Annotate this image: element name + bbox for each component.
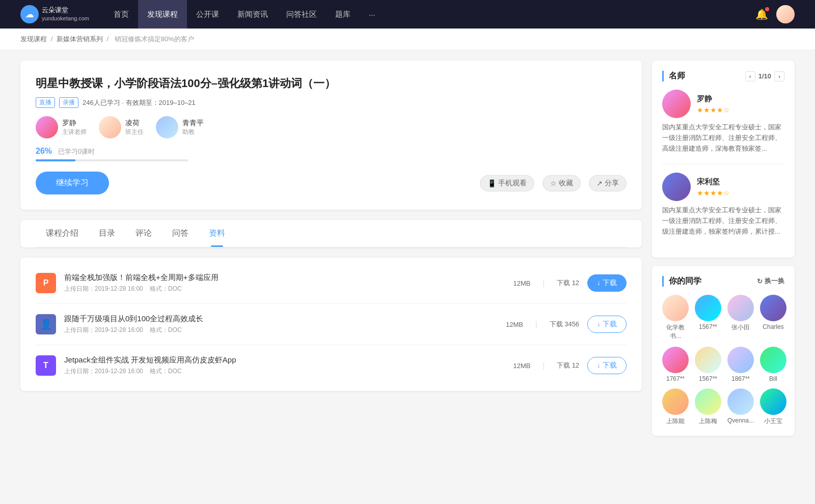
resource-item-1: 👤 跟随千万级项目从0到100全过程高效成长 上传日期：2019-12-28 1…: [36, 304, 627, 345]
resource-meta-2: 上传日期：2019-12-28 16:00 格式：DOC: [64, 367, 505, 376]
breadcrumb: 发现课程 / 新媒体营销系列 / 销冠修炼术搞定80%的客户: [0, 29, 815, 50]
classmate-name-4: 1767**: [666, 375, 685, 382]
classmate-name-6: 1867**: [731, 375, 750, 382]
progress-bar-fill: [36, 159, 75, 161]
classmate-avatar-4: [662, 347, 689, 373]
nav-public[interactable]: 公开课: [187, 0, 228, 29]
logo-icon: ☁: [20, 5, 39, 23]
bell-button[interactable]: 🔔: [755, 8, 768, 20]
course-actions: 继续学习 📱 手机观看 ☆ 收藏 ↗ 分享: [36, 172, 627, 194]
classmate-11[interactable]: 小王宝: [760, 388, 786, 426]
refresh-icon: ↻: [757, 277, 763, 285]
course-title: 明星中教授课，小学阶段语法100分–强化级第1讲动词（一）: [36, 76, 627, 91]
tabs-list: 课程介绍 目录 评论 问答 资料: [36, 220, 627, 247]
classmate-4[interactable]: 1767**: [662, 347, 689, 382]
content-area: 明星中教授课，小学阶段语法100分–强化级第1讲动词（一） 直播 录播 246人…: [20, 61, 642, 444]
sidebar-teacher-info-0: 罗静 ★★★★☆: [697, 94, 730, 114]
teacher-item-0: 罗静 主讲老师: [36, 116, 87, 138]
teacher-item-1: 凌荷 班主任: [99, 116, 144, 138]
classmates-title: 你的同学 ↻ 换一换: [662, 276, 784, 287]
next-page-btn[interactable]: ›: [774, 71, 784, 81]
user-avatar[interactable]: [776, 5, 795, 23]
resource-format-1: 格式：DOC: [150, 326, 182, 333]
resource-downloads-1: 下载 3456: [550, 320, 580, 329]
teachers-title: 名师 ‹ 1/10 ›: [662, 71, 784, 81]
course-card: 明星中教授课，小学阶段语法100分–强化级第1讲动词（一） 直播 录播 246人…: [20, 61, 642, 210]
sidebar-teacher-desc-1: 国内某重点大学安全工程专业硕士，国家一级注册消防工程师、注册安全工程师、级注册建…: [662, 205, 784, 237]
classmates-grid: 化学教书... 1567** 张小田 Charles 1767**: [662, 295, 784, 426]
download-button-2[interactable]: ↓ 下载: [587, 357, 627, 374]
classmate-3[interactable]: Charles: [760, 295, 786, 341]
resource-icon-1: 👤: [36, 314, 56, 334]
teacher-name-1: 凌荷: [125, 119, 144, 128]
nav-qa[interactable]: 问答社区: [277, 0, 326, 29]
nav-more[interactable]: ···: [360, 0, 385, 29]
classmate-9[interactable]: 上陈梅: [695, 388, 721, 426]
classmate-name-7: Bill: [769, 375, 777, 382]
classmate-avatar-0: [662, 295, 689, 321]
tab-catalog[interactable]: 目录: [89, 220, 125, 247]
logo[interactable]: ☁ 云朵课堂yunduoketang.com: [20, 5, 89, 23]
classmate-10[interactable]: Qvenna...: [727, 388, 754, 426]
favorite-button[interactable]: ☆ 收藏: [542, 175, 581, 191]
course-badges: 直播 录播 246人已学习 · 有效期至：2019–10–21: [36, 97, 627, 108]
classmate-7[interactable]: Bill: [760, 347, 786, 382]
classmate-name-9: 上陈梅: [699, 417, 717, 426]
continue-button[interactable]: 继续学习: [36, 172, 109, 194]
nav-quiz[interactable]: 题库: [326, 0, 360, 29]
sidebar-teacher-info-1: 宋利坚 ★★★★☆: [697, 177, 730, 197]
breadcrumb-link-discover[interactable]: 发现课程: [20, 35, 47, 43]
resource-title-1: 跟随千万级项目从0到100全过程高效成长: [64, 314, 498, 324]
teachers-card: 名师 ‹ 1/10 › 罗静 ★★★★☆ 国内某重点大学安全工程专业硕士，国家一…: [652, 61, 795, 258]
classmate-name-11: 小王宝: [764, 417, 782, 426]
sidebar-teacher-name-0: 罗静: [697, 94, 730, 104]
resource-item-2: T Jetpack全组件实战 开发短视频应用高仿皮皮虾App 上传日期：2019…: [36, 345, 627, 386]
tab-qa[interactable]: 问答: [162, 220, 199, 247]
resource-info-2: Jetpack全组件实战 开发短视频应用高仿皮皮虾App 上传日期：2019-1…: [64, 355, 505, 376]
sidebar-teacher-avatar-0[interactable]: [662, 90, 691, 118]
nav-home[interactable]: 首页: [104, 0, 138, 29]
progress-percent: 26%: [36, 147, 52, 155]
resource-downloads-2: 下载 12: [557, 361, 579, 370]
sidebar: 名师 ‹ 1/10 › 罗静 ★★★★☆ 国内某重点大学安全工程专业硕士，国家一…: [652, 61, 795, 444]
classmate-1[interactable]: 1567**: [695, 295, 721, 341]
prev-page-btn[interactable]: ‹: [745, 71, 755, 81]
mobile-watch-button[interactable]: 📱 手机观看: [480, 175, 534, 191]
resource-title-2: Jetpack全组件实战 开发短视频应用高仿皮皮虾App: [64, 355, 505, 365]
teacher-avatar-2: [156, 116, 178, 138]
tab-review[interactable]: 评论: [125, 220, 162, 247]
bell-notification-dot: [765, 7, 769, 11]
classmate-2[interactable]: 张小田: [727, 295, 754, 341]
classmate-5[interactable]: 1567**: [695, 347, 721, 382]
resource-title-0: 前端全栈加强版！前端全栈+全周期+多端应用: [64, 273, 505, 283]
refresh-button[interactable]: ↻ 换一换: [757, 276, 784, 286]
breadcrumb-link-series[interactable]: 新媒体营销系列: [57, 35, 103, 43]
sidebar-teacher-avatar-1[interactable]: [662, 173, 691, 201]
classmate-avatar-1: [695, 295, 721, 321]
resource-sep-1: |: [535, 320, 537, 328]
tab-resources[interactable]: 资料: [199, 220, 235, 247]
teacher-info-2: 青青平 助教: [182, 119, 204, 136]
resource-date-0: 上传日期：2019-12-28 16:00: [64, 285, 143, 292]
resource-meta-0: 上传日期：2019-12-28 16:00 格式：DOC: [64, 285, 505, 293]
course-teachers: 罗静 主讲老师 凌荷 班主任 青青平 助教: [36, 116, 627, 138]
share-button[interactable]: ↗ 分享: [589, 175, 627, 191]
nav-news[interactable]: 新闻资讯: [228, 0, 277, 29]
resource-info-0: 前端全栈加强版！前端全栈+全周期+多端应用 上传日期：2019-12-28 16…: [64, 273, 505, 293]
classmate-6[interactable]: 1867**: [727, 347, 754, 382]
logo-text: 云朵课堂yunduoketang.com: [42, 6, 89, 22]
resource-size-2: 12MB: [513, 362, 530, 370]
download-button-1[interactable]: ↓ 下载: [587, 316, 627, 333]
breadcrumb-current: 销冠修炼术搞定80%的客户: [115, 35, 194, 43]
tab-intro[interactable]: 课程介绍: [36, 220, 89, 247]
classmate-avatar-2: [727, 295, 754, 321]
download-button-0[interactable]: ↓ 下载: [587, 274, 627, 292]
teacher-role-2: 助教: [182, 128, 204, 136]
teachers-pagination: ‹ 1/10 ›: [745, 71, 784, 81]
classmate-avatar-8: [662, 388, 689, 415]
sidebar-teacher-stars-1: ★★★★☆: [697, 189, 730, 197]
classmate-8[interactable]: 上陈能: [662, 388, 689, 426]
classmate-avatar-5: [695, 347, 721, 373]
classmate-0[interactable]: 化学教书...: [662, 295, 689, 341]
nav-discover[interactable]: 发现课程: [138, 0, 187, 29]
